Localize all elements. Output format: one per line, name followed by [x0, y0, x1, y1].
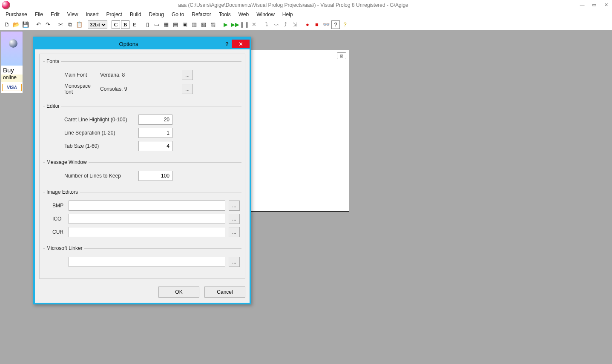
- menu-purchase[interactable]: Purchase: [2, 11, 31, 18]
- window8-icon[interactable]: ▨: [209, 20, 217, 29]
- visa-logo: VISA: [2, 84, 22, 91]
- mono-font-value: Consolas, 9: [100, 86, 151, 92]
- bmp-label: BMP: [45, 203, 69, 209]
- window3-icon[interactable]: ▦: [162, 20, 170, 29]
- window5-icon[interactable]: ▣: [181, 20, 189, 29]
- copy-icon[interactable]: ⧉: [66, 20, 74, 29]
- fonts-group: Fonts Main Font Verdana, 8 ... Monospace…: [43, 58, 241, 98]
- bg-window-close-icon[interactable]: ⊠: [337, 52, 346, 59]
- menu-goto[interactable]: Go to: [168, 11, 188, 18]
- cur-label: CUR: [45, 229, 69, 235]
- menu-tools[interactable]: Tools: [215, 11, 235, 18]
- breakpoint-icon[interactable]: ●: [303, 20, 312, 29]
- bmp-browse-button[interactable]: ...: [229, 201, 240, 211]
- main-font-value: Verdana, 8: [100, 72, 151, 78]
- step-cursor-icon[interactable]: ⇲: [290, 20, 299, 29]
- linker-input[interactable]: [69, 257, 225, 267]
- window6-icon[interactable]: ▥: [190, 20, 198, 29]
- menu-insert[interactable]: Insert: [82, 11, 103, 18]
- linesep-input[interactable]: [138, 128, 172, 138]
- menu-build[interactable]: Build: [126, 11, 145, 18]
- window2-icon[interactable]: ▭: [152, 20, 161, 29]
- cut-icon[interactable]: ✂: [56, 20, 65, 29]
- image-editors-legend: Image Editors: [45, 189, 80, 195]
- lines-label: Number of Lines to Keep: [45, 173, 138, 179]
- caret-input[interactable]: [138, 115, 172, 125]
- help-icon[interactable]: ?: [341, 20, 349, 29]
- arch-select[interactable]: 32bit 64bit: [88, 20, 107, 29]
- pause-icon[interactable]: ❚❚: [240, 20, 249, 29]
- menu-view[interactable]: View: [63, 11, 82, 18]
- build-icon[interactable]: B: [121, 20, 129, 29]
- window-controls: — ▭ ✕: [576, 1, 612, 9]
- window1-icon[interactable]: ▯: [143, 20, 152, 29]
- ad-online-text: online: [1, 75, 23, 82]
- close-button[interactable]: ✕: [600, 1, 612, 9]
- compile-icon[interactable]: C: [112, 20, 120, 29]
- dialog-title: Options: [35, 41, 222, 47]
- dialog-body: Fonts Main Font Verdana, 8 ... Monospace…: [39, 54, 245, 279]
- lines-input[interactable]: [138, 171, 172, 181]
- menu-help[interactable]: Help: [279, 11, 297, 18]
- save-icon[interactable]: 💾: [21, 20, 30, 29]
- caret-label: Caret Line Highlight (0-100): [45, 117, 138, 123]
- new-icon[interactable]: 🗋: [3, 20, 11, 29]
- msgwin-legend: Message Window: [45, 159, 89, 165]
- stop-debug-icon[interactable]: ✕: [250, 20, 258, 29]
- buy-ad[interactable]: Buy online VISA: [1, 31, 23, 93]
- run-fast-icon[interactable]: ▶▶: [231, 20, 239, 29]
- dialog-help-icon[interactable]: ?: [222, 40, 232, 48]
- maximize-button[interactable]: ▭: [588, 1, 600, 9]
- stop-icon[interactable]: ■: [313, 20, 321, 29]
- app-icon: [2, 1, 10, 9]
- mono-font-label: Monospace font: [45, 83, 100, 95]
- dialog-close-icon[interactable]: ✕: [232, 40, 250, 48]
- cancel-button[interactable]: Cancel: [204, 287, 245, 298]
- bmp-input[interactable]: [69, 201, 225, 211]
- tab-input[interactable]: [138, 141, 172, 151]
- menu-refactor[interactable]: Refactor: [188, 11, 215, 18]
- dialog-titlebar[interactable]: Options ? ✕: [35, 38, 250, 49]
- ad-image: [1, 32, 23, 66]
- cur-input[interactable]: [69, 227, 225, 237]
- step-into-icon[interactable]: ⤵: [262, 20, 271, 29]
- cur-browse-button[interactable]: ...: [229, 227, 240, 237]
- ad-buy-text: Buy: [1, 66, 23, 75]
- linker-group: Microsoft Linker ...: [43, 245, 241, 270]
- menu-web[interactable]: Web: [235, 11, 253, 18]
- menu-debug[interactable]: Debug: [145, 11, 168, 18]
- fonts-legend: Fonts: [45, 58, 61, 64]
- dialog-buttons: OK Cancel: [35, 283, 250, 303]
- minimize-button[interactable]: —: [576, 1, 588, 9]
- editor-group: Editor Caret Line Highlight (0-100) Line…: [43, 103, 241, 154]
- tab-label: Tab Size (1-60): [45, 143, 138, 149]
- redo-icon[interactable]: ↷: [43, 20, 52, 29]
- open-icon[interactable]: 📂: [12, 20, 20, 29]
- execute-icon[interactable]: E: [130, 20, 139, 29]
- main-font-browse-button[interactable]: ...: [182, 70, 193, 80]
- window4-icon[interactable]: ▤: [171, 20, 180, 29]
- ico-browse-button[interactable]: ...: [229, 214, 240, 224]
- menu-window[interactable]: Window: [253, 11, 279, 18]
- watch-icon[interactable]: 👓: [322, 20, 330, 29]
- step-over-icon[interactable]: ⤻: [272, 20, 280, 29]
- run-icon[interactable]: ▶: [221, 20, 230, 29]
- menu-file[interactable]: File: [31, 11, 47, 18]
- ok-button[interactable]: OK: [158, 287, 199, 298]
- paste-icon[interactable]: 📋: [75, 20, 83, 29]
- window7-icon[interactable]: ▧: [199, 20, 208, 29]
- ico-input[interactable]: [69, 214, 225, 224]
- undo-icon[interactable]: ↶: [34, 20, 43, 29]
- linker-browse-button[interactable]: ...: [229, 257, 240, 267]
- toolbar: 🗋 📂 💾 ↶ ↷ ✂ ⧉ 📋 32bit 64bit C B E ▯ ▭ ▦ …: [0, 19, 612, 30]
- titlebar: aaa (C:\Users\Agige\Documents\Visual Pro…: [0, 0, 612, 10]
- main-font-label: Main Font: [45, 72, 100, 78]
- help-box-icon[interactable]: ?: [331, 20, 340, 29]
- mono-font-browse-button[interactable]: ...: [182, 84, 193, 94]
- workspace: rojects\aaa\) ⊠ d in c\core.ph Options ?…: [26, 30, 612, 364]
- msgwin-group: Message Window Number of Lines to Keep: [43, 159, 241, 184]
- image-editors-group: Image Editors BMP ... ICO ... CUR ...: [43, 189, 241, 240]
- step-out-icon[interactable]: ⤴: [281, 20, 290, 29]
- menu-edit[interactable]: Edit: [47, 11, 63, 18]
- menu-project[interactable]: Project: [103, 11, 126, 18]
